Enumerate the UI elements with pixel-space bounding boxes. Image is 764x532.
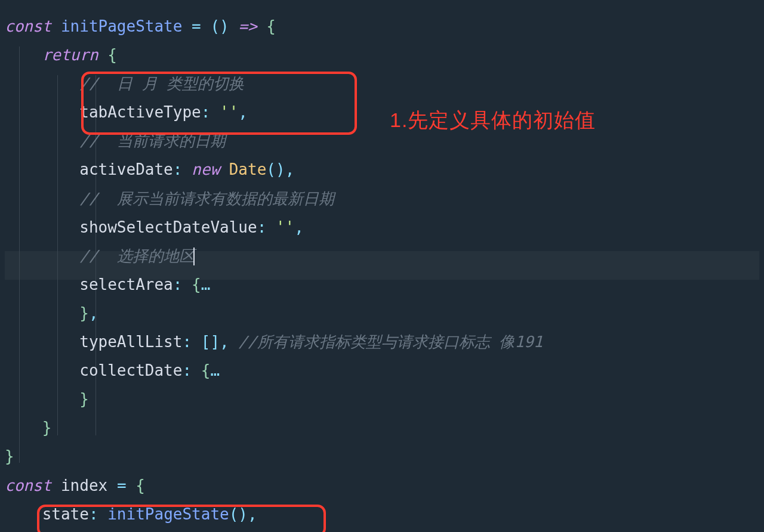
fold-ellipsis[interactable]: … [210,361,220,379]
keyword: return [42,46,98,64]
code-line[interactable]: } [5,442,759,471]
code-line[interactable]: tabActiveType: '', [5,98,759,126]
identifier: index [61,477,107,494]
property: collectDate [79,361,182,379]
code-line[interactable]: // 展示当前请求有数据的最新日期 [5,184,759,213]
comma: , [89,304,98,322]
property: selectArea [79,276,173,293]
code-line[interactable]: activeDate: new Date(), [5,155,759,184]
colon: : [257,218,267,236]
comment: // 日 月 类型的切换 [79,75,244,92]
code-line[interactable]: collectDate: {… [5,356,759,385]
code-editor[interactable]: const initPageState = () => { return { /… [5,12,759,528]
parens: () [229,505,248,523]
brace: { [135,477,145,494]
keyword: new [192,160,220,178]
annotation-text: 1.先定义具体的初始值 [390,101,596,139]
parens: () [266,160,285,178]
property: typeAllList [79,333,182,351]
brace: } [42,419,52,437]
code-line[interactable]: } [5,413,759,442]
property: activeDate [79,160,173,178]
comma: , [294,218,304,236]
brace: } [79,304,89,322]
property: tabActiveType [79,103,201,121]
comment: // 展示当前请求有数据的最新日期 [79,190,334,208]
comment: // 当前请求的日期 [79,132,226,150]
colon: : [182,333,192,351]
code-line[interactable]: const index = { [5,471,759,500]
comma: , [238,103,248,121]
code-line[interactable]: return { [5,41,759,69]
operator: = [192,17,201,35]
operator: = [117,477,127,494]
function-name: initPageState [61,17,183,35]
colon: : [173,276,183,293]
brace: { [107,46,117,64]
code-line[interactable]: typeAllList: [], //所有请求指标类型与请求接口标志 像191 [5,327,759,356]
colon: : [173,160,183,178]
keyword: const [5,477,51,494]
brace: { [192,276,201,293]
code-line[interactable]: selectArea: {… [5,270,759,299]
code-line[interactable]: // 当前请求的日期 [5,126,759,155]
colon: : [201,103,211,121]
brackets: [] [201,333,220,351]
arrow: => [238,17,257,35]
code-line[interactable]: } [5,385,759,413]
function-call: initPageState [107,505,229,523]
brace: } [5,447,14,465]
parens: () [210,17,229,35]
class-name: Date [229,160,267,178]
keyword: const [5,17,51,35]
colon: : [89,505,98,523]
code-line[interactable]: const initPageState = () => { [5,12,759,41]
colon: : [182,361,192,379]
text-cursor [193,248,195,265]
comment: // 选择的地区 [79,247,195,265]
string: '' [276,218,294,236]
fold-ellipsis[interactable]: … [201,276,211,293]
code-line[interactable]: // 选择的地区 [5,242,759,270]
code-line[interactable]: // 日 月 类型的切换 [5,69,759,98]
property: showSelectDateValue [79,218,257,236]
string: '' [220,103,238,121]
brace: { [201,361,211,379]
comma: , [285,160,295,178]
brace: { [266,17,276,35]
brace: } [79,390,89,408]
code-line[interactable]: state: initPageState(), [5,500,759,528]
property: state [42,505,89,523]
comment: //所有请求指标类型与请求接口标志 像191 [238,333,543,351]
comma: , [248,505,257,523]
code-line[interactable]: showSelectDateValue: '', [5,213,759,242]
comma: , [220,333,229,351]
code-line[interactable]: }, [5,299,759,327]
